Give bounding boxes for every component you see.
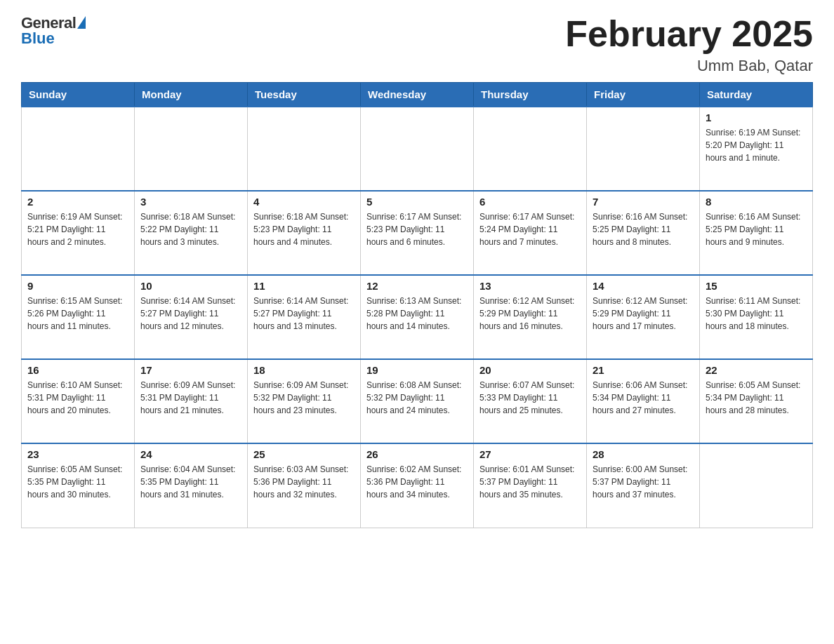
day-info: Sunrise: 6:07 AM Sunset: 5:33 PM Dayligh… (479, 379, 581, 417)
day-number: 19 (366, 364, 468, 376)
week-row-4: 16Sunrise: 6:10 AM Sunset: 5:31 PM Dayli… (22, 359, 813, 443)
calendar-cell: 19Sunrise: 6:08 AM Sunset: 5:32 PM Dayli… (361, 359, 474, 443)
day-number: 10 (140, 280, 241, 292)
calendar-cell: 16Sunrise: 6:10 AM Sunset: 5:31 PM Dayli… (22, 359, 135, 443)
calendar-cell: 26Sunrise: 6:02 AM Sunset: 5:36 PM Dayli… (361, 443, 474, 528)
col-header-thursday: Thursday (474, 83, 587, 107)
logo-triangle-icon (77, 16, 86, 29)
day-number: 11 (253, 280, 355, 292)
day-number: 27 (479, 448, 581, 460)
calendar-cell: 11Sunrise: 6:14 AM Sunset: 5:27 PM Dayli… (248, 275, 361, 359)
day-info: Sunrise: 6:01 AM Sunset: 5:37 PM Dayligh… (479, 463, 581, 501)
week-row-1: 1Sunrise: 6:19 AM Sunset: 5:20 PM Daylig… (22, 107, 813, 191)
day-info: Sunrise: 6:19 AM Sunset: 5:20 PM Dayligh… (706, 126, 807, 164)
calendar-cell: 24Sunrise: 6:04 AM Sunset: 5:35 PM Dayli… (135, 443, 248, 528)
calendar-cell: 1Sunrise: 6:19 AM Sunset: 5:20 PM Daylig… (700, 107, 813, 191)
week-row-3: 9Sunrise: 6:15 AM Sunset: 5:26 PM Daylig… (22, 275, 813, 359)
day-number: 17 (140, 364, 241, 376)
calendar-cell (135, 107, 248, 191)
day-info: Sunrise: 6:06 AM Sunset: 5:34 PM Dayligh… (593, 379, 694, 417)
calendar-cell (361, 107, 474, 191)
col-header-tuesday: Tuesday (248, 83, 361, 107)
calendar-table: SundayMondayTuesdayWednesdayThursdayFrid… (21, 82, 813, 528)
day-number: 9 (27, 280, 128, 292)
day-number: 25 (253, 448, 355, 460)
calendar-cell (248, 107, 361, 191)
location-subtitle: Umm Bab, Qatar (565, 57, 813, 75)
day-number: 4 (253, 196, 355, 208)
logo-blue-text: Blue (21, 29, 55, 48)
day-number: 24 (140, 448, 241, 460)
calendar-cell: 12Sunrise: 6:13 AM Sunset: 5:28 PM Dayli… (361, 275, 474, 359)
title-area: February 2025 Umm Bab, Qatar (565, 14, 813, 75)
day-info: Sunrise: 6:18 AM Sunset: 5:23 PM Dayligh… (253, 210, 355, 248)
day-info: Sunrise: 6:11 AM Sunset: 5:30 PM Dayligh… (706, 295, 807, 333)
calendar-cell: 8Sunrise: 6:16 AM Sunset: 5:25 PM Daylig… (700, 191, 813, 275)
calendar-cell (700, 443, 813, 528)
day-number: 20 (479, 364, 581, 376)
day-info: Sunrise: 6:08 AM Sunset: 5:32 PM Dayligh… (366, 379, 468, 417)
page-title: February 2025 (565, 14, 813, 54)
day-number: 14 (593, 280, 694, 292)
day-info: Sunrise: 6:15 AM Sunset: 5:26 PM Dayligh… (27, 295, 128, 333)
day-number: 18 (253, 364, 355, 376)
day-number: 5 (366, 196, 468, 208)
day-number: 12 (366, 280, 468, 292)
calendar-cell (587, 107, 700, 191)
calendar-cell: 14Sunrise: 6:12 AM Sunset: 5:29 PM Dayli… (587, 275, 700, 359)
day-info: Sunrise: 6:12 AM Sunset: 5:29 PM Dayligh… (479, 295, 581, 333)
day-info: Sunrise: 6:05 AM Sunset: 5:34 PM Dayligh… (706, 379, 807, 417)
calendar-cell: 6Sunrise: 6:17 AM Sunset: 5:24 PM Daylig… (474, 191, 587, 275)
day-info: Sunrise: 6:10 AM Sunset: 5:31 PM Dayligh… (27, 379, 128, 417)
day-info: Sunrise: 6:00 AM Sunset: 5:37 PM Dayligh… (593, 463, 694, 501)
day-info: Sunrise: 6:17 AM Sunset: 5:24 PM Dayligh… (479, 210, 581, 248)
day-info: Sunrise: 6:02 AM Sunset: 5:36 PM Dayligh… (366, 463, 468, 501)
calendar-cell: 15Sunrise: 6:11 AM Sunset: 5:30 PM Dayli… (700, 275, 813, 359)
day-info: Sunrise: 6:18 AM Sunset: 5:22 PM Dayligh… (140, 210, 241, 248)
calendar-cell: 10Sunrise: 6:14 AM Sunset: 5:27 PM Dayli… (135, 275, 248, 359)
day-info: Sunrise: 6:16 AM Sunset: 5:25 PM Dayligh… (593, 210, 694, 248)
calendar-cell: 9Sunrise: 6:15 AM Sunset: 5:26 PM Daylig… (22, 275, 135, 359)
day-number: 16 (27, 364, 128, 376)
day-info: Sunrise: 6:17 AM Sunset: 5:23 PM Dayligh… (366, 210, 468, 248)
calendar-cell: 22Sunrise: 6:05 AM Sunset: 5:34 PM Dayli… (700, 359, 813, 443)
day-info: Sunrise: 6:16 AM Sunset: 5:25 PM Dayligh… (706, 210, 807, 248)
calendar-cell: 4Sunrise: 6:18 AM Sunset: 5:23 PM Daylig… (248, 191, 361, 275)
day-info: Sunrise: 6:03 AM Sunset: 5:36 PM Dayligh… (253, 463, 355, 501)
day-number: 23 (27, 448, 128, 460)
calendar-header-row: SundayMondayTuesdayWednesdayThursdayFrid… (22, 83, 813, 107)
day-number: 7 (593, 196, 694, 208)
page-header: General Blue February 2025 Umm Bab, Qata… (21, 14, 813, 75)
calendar-cell: 2Sunrise: 6:19 AM Sunset: 5:21 PM Daylig… (22, 191, 135, 275)
day-info: Sunrise: 6:04 AM Sunset: 5:35 PM Dayligh… (140, 463, 241, 501)
day-info: Sunrise: 6:12 AM Sunset: 5:29 PM Dayligh… (593, 295, 694, 333)
calendar-cell: 17Sunrise: 6:09 AM Sunset: 5:31 PM Dayli… (135, 359, 248, 443)
calendar-cell: 20Sunrise: 6:07 AM Sunset: 5:33 PM Dayli… (474, 359, 587, 443)
week-row-2: 2Sunrise: 6:19 AM Sunset: 5:21 PM Daylig… (22, 191, 813, 275)
calendar-cell (474, 107, 587, 191)
day-info: Sunrise: 6:19 AM Sunset: 5:21 PM Dayligh… (27, 210, 128, 248)
calendar-cell: 3Sunrise: 6:18 AM Sunset: 5:22 PM Daylig… (135, 191, 248, 275)
day-number: 21 (593, 364, 694, 376)
day-number: 1 (706, 112, 807, 123)
week-row-5: 23Sunrise: 6:05 AM Sunset: 5:35 PM Dayli… (22, 443, 813, 528)
day-number: 3 (140, 196, 241, 208)
calendar-cell: 27Sunrise: 6:01 AM Sunset: 5:37 PM Dayli… (474, 443, 587, 528)
col-header-monday: Monday (135, 83, 248, 107)
day-info: Sunrise: 6:09 AM Sunset: 5:31 PM Dayligh… (140, 379, 241, 417)
col-header-wednesday: Wednesday (361, 83, 474, 107)
day-number: 6 (479, 196, 581, 208)
calendar-cell: 13Sunrise: 6:12 AM Sunset: 5:29 PM Dayli… (474, 275, 587, 359)
col-header-sunday: Sunday (22, 83, 135, 107)
calendar-cell: 7Sunrise: 6:16 AM Sunset: 5:25 PM Daylig… (587, 191, 700, 275)
day-info: Sunrise: 6:05 AM Sunset: 5:35 PM Dayligh… (27, 463, 128, 501)
calendar-cell: 25Sunrise: 6:03 AM Sunset: 5:36 PM Dayli… (248, 443, 361, 528)
day-number: 26 (366, 448, 468, 460)
day-info: Sunrise: 6:14 AM Sunset: 5:27 PM Dayligh… (140, 295, 241, 333)
day-info: Sunrise: 6:09 AM Sunset: 5:32 PM Dayligh… (253, 379, 355, 417)
col-header-friday: Friday (587, 83, 700, 107)
calendar-cell: 5Sunrise: 6:17 AM Sunset: 5:23 PM Daylig… (361, 191, 474, 275)
day-number: 13 (479, 280, 581, 292)
day-number: 15 (706, 280, 807, 292)
logo: General Blue (21, 14, 86, 48)
